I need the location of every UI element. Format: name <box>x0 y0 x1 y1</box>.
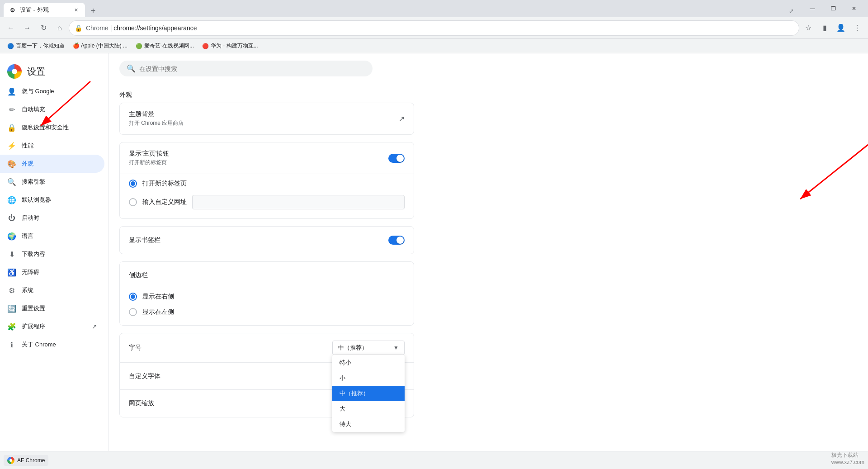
taskbar-chrome-item[interactable]: AF Chrome <box>4 455 48 466</box>
ext-link-icon[interactable]: ↗ <box>399 114 405 123</box>
sidebar-icon-10: ♿ <box>7 268 16 277</box>
sidebar-item-关于-Chrome[interactable]: ℹ关于 Chrome <box>0 336 104 354</box>
lock-icon: 🔒 <box>75 24 82 32</box>
sidebar-item-扩展程序[interactable]: 🧩扩展程序↗ <box>0 317 104 336</box>
dropdown-arrow-icon: ▼ <box>393 345 399 351</box>
watermark-url: www.xz7.com <box>831 459 864 465</box>
font-card: 字号 中（推荐） ▼ 特小 小 <box>119 333 414 417</box>
sidebar-item-自动填充[interactable]: ✏自动填充 <box>0 100 104 118</box>
restore-button[interactable]: ❐ <box>823 1 844 16</box>
browser-frame: ⚙ 设置 - 外观 ✕ + ⤢ — ❐ ✕ ← → ↻ ⌂ 🔒 Chrome |… <box>0 0 868 469</box>
profile-button[interactable]: 👤 <box>834 21 848 35</box>
font-size-dropdown[interactable]: 中（推荐） ▼ <box>332 341 405 355</box>
sidebar-section-title: 侧边栏 <box>129 271 405 280</box>
sidebar-item-重置设置[interactable]: 🔄重置设置 <box>0 299 104 317</box>
sidebar-label-6: 默认浏览器 <box>22 196 51 204</box>
font-size-text: 字号 <box>129 344 332 352</box>
radio-custom-url[interactable]: 输入自定义网址 <box>129 191 405 213</box>
browser-content: 设置 👤您与 Google✏自动填充🔒隐私设置和安全性⚡性能🎨外观🔍搜索引擎🌐默… <box>0 53 868 469</box>
back-button[interactable]: ← <box>4 21 18 35</box>
address-bar[interactable]: 🔒 Chrome | chrome://settings/appearance <box>69 20 799 36</box>
theme-control: ↗ <box>399 114 405 123</box>
bookmarks-toggle-thumb <box>396 237 404 244</box>
sidebar-icon-7: ⏻ <box>7 213 16 223</box>
sidebar-item-语言[interactable]: 🌍语言 <box>0 227 104 245</box>
refresh-button[interactable]: ↻ <box>36 21 51 35</box>
bookmark-apple[interactable]: 🍎 Apple (中国大陆) ... <box>69 40 131 52</box>
sidebar-icon-8: 🌍 <box>7 232 16 241</box>
sidebar-item-系统[interactable]: ⚙系统 <box>0 281 104 299</box>
sidebar-icon-12: 🔄 <box>7 304 16 313</box>
more-menu-button[interactable]: ⋮ <box>850 21 864 35</box>
sidebar-icon-13: 🧩 <box>7 322 16 331</box>
radio-new-tab-label: 打开新的标签页 <box>142 180 187 188</box>
custom-url-input[interactable] <box>192 195 405 209</box>
bookmarks-toggle[interactable] <box>388 236 405 245</box>
radio-new-tab[interactable]: 打开新的标签页 <box>129 176 405 191</box>
home-button[interactable]: ⌂ <box>52 21 67 35</box>
tab-title: 设置 - 外观 <box>20 6 69 14</box>
theme-card: 主题背景 打开 Chrome 应用商店 ↗ <box>119 103 414 135</box>
home-button-card: 显示'主页'按钮 打开新的标签页 打开新的标签页 <box>119 142 414 219</box>
close-button[interactable]: ✕ <box>844 1 864 16</box>
sidebar-item-搜索引擎[interactable]: 🔍搜索引擎 <box>0 173 104 191</box>
address-url: Chrome | chrome://settings/appearance <box>86 24 793 32</box>
settings-content: 外观 主题背景 打开 Chrome 应用商店 ↗ <box>108 84 425 436</box>
home-radio-group: 打开新的标签页 输入自定义网址 <box>120 174 414 218</box>
minimize-restore-icon[interactable]: ⤢ <box>784 5 798 17</box>
search-input[interactable] <box>139 65 365 72</box>
sidebar-item-外观[interactable]: 🎨外观 <box>0 155 104 173</box>
radio-show-right-label: 显示在右侧 <box>142 293 174 301</box>
ext-link-icon[interactable]: ↗ <box>92 323 97 330</box>
new-tab-button[interactable]: + <box>87 5 99 17</box>
minimize-button[interactable]: — <box>802 1 823 16</box>
sidebar-nav: 👤您与 Google✏自动填充🔒隐私设置和安全性⚡性能🎨外观🔍搜索引擎🌐默认浏览… <box>0 82 108 354</box>
font-option-large[interactable]: 大 <box>332 401 405 417</box>
sidebar-icon-3: ⚡ <box>7 141 16 150</box>
sidebar-label-4: 外观 <box>22 160 33 168</box>
radio-show-left[interactable]: 显示在左侧 <box>129 304 405 320</box>
sidebar-label-11: 系统 <box>22 286 33 294</box>
sidebar-label-8: 语言 <box>22 232 33 240</box>
sidebar-item-默认浏览器[interactable]: 🌐默认浏览器 <box>0 191 104 209</box>
sidebar-icon-1: ✏ <box>7 105 16 114</box>
sidebar-item-您与-Google[interactable]: 👤您与 Google <box>0 82 104 100</box>
sidebar-label-1: 自动填充 <box>22 105 45 114</box>
bookmark-icon: 🔵 <box>7 43 14 49</box>
settings-sidebar: 设置 👤您与 Google✏自动填充🔒隐私设置和安全性⚡性能🎨外观🔍搜索引擎🌐默… <box>0 53 108 469</box>
sidebar-item-隐私设置和安全性[interactable]: 🔒隐私设置和安全性 <box>0 118 104 137</box>
sidebar-item-下载内容[interactable]: ⬇下载内容 <box>0 245 104 263</box>
home-button-toggle[interactable] <box>388 154 405 163</box>
search-icon: 🔍 <box>127 64 136 73</box>
font-option-small[interactable]: 小 <box>332 370 405 386</box>
sidebar-label-14: 关于 Chrome <box>22 341 56 349</box>
theme-subtitle: 打开 Chrome 应用商店 <box>129 119 399 127</box>
font-option-xlarge[interactable]: 特大 <box>332 417 405 432</box>
font-option-tiny[interactable]: 特小 <box>332 355 405 370</box>
tab-close-button[interactable]: ✕ <box>72 6 80 14</box>
bookmark-iqiyi-icon: 🟢 <box>136 43 142 49</box>
bookmark-huawei[interactable]: 🔴 华为 - 构建万物互... <box>198 40 262 52</box>
forward-button[interactable]: → <box>20 21 34 35</box>
font-size-title: 字号 <box>129 344 332 352</box>
sidebar-panel-button[interactable]: ▮ <box>817 21 832 35</box>
title-bar: ⚙ 设置 - 外观 ✕ + ⤢ — ❐ ✕ <box>0 0 868 17</box>
radio-custom-url-label: 输入自定义网址 <box>142 198 187 206</box>
title-bar-right: ⤢ <box>784 5 798 17</box>
sidebar-item-性能[interactable]: ⚡性能 <box>0 137 104 155</box>
sidebar-row-header: 侧边栏 <box>120 262 414 289</box>
radio-show-right[interactable]: 显示在右侧 <box>129 289 405 304</box>
sidebar-text: 侧边栏 <box>129 271 405 280</box>
sidebar-item-启动时[interactable]: ⏻启动时 <box>0 209 104 227</box>
bookmark-baidu[interactable]: 🔵 百度一下，你就知道 <box>4 40 68 52</box>
sidebar-label-7: 启动时 <box>22 214 39 222</box>
sidebar-icon-4: 🎨 <box>7 159 16 168</box>
sidebar-item-无障碍[interactable]: ♿无障碍 <box>0 263 104 281</box>
bookmark-iqiyi[interactable]: 🟢 爱奇艺-在线视频网... <box>132 40 198 52</box>
watermark-logo: 极光下载站 <box>831 452 859 458</box>
sidebar-radio-group: 显示在右侧 显示在左侧 <box>120 289 414 325</box>
bookmark-star-button[interactable]: ☆ <box>801 21 816 35</box>
sidebar-header: 设置 <box>0 57 108 82</box>
font-option-medium[interactable]: 中（推荐） <box>332 386 405 401</box>
active-tab[interactable]: ⚙ 设置 - 外观 ✕ <box>4 3 85 17</box>
